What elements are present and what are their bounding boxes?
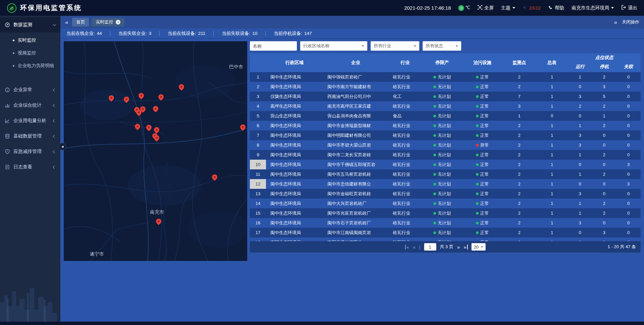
map-pin-icon[interactable]: [153, 126, 161, 134]
map-pin-icon[interactable]: [211, 173, 219, 181]
stat-value: 44: [97, 31, 102, 36]
column-header-region[interactable]: 行政区域: [266, 53, 323, 72]
tabs-scroll-left-button[interactable]: «: [65, 19, 68, 25]
table-row[interactable]: 1阆中生态环境局阆中强锐页岩砖厂砖瓦行业无计划正常21120: [250, 72, 641, 82]
map-panel[interactable]: 巴中市南充市遂宁市: [64, 41, 247, 261]
column-group-point-status: 点位状态 运行 停机 失联: [568, 53, 641, 72]
cell-company: 阆中市金博瑞新型墙材: [323, 121, 388, 130]
sidebar-subitem[interactable]: 实时监控: [0, 34, 60, 47]
sidebar-subitem[interactable]: 企业电力负荷明细: [0, 59, 60, 72]
map-collapse-toggle[interactable]: ◀: [59, 143, 66, 150]
table-row[interactable]: 10阆中生态环境局阆中市千佛镇五郎垭页岩砖瓦行业无计划正常21003: [250, 160, 641, 169]
sidebar-item-label: 应急减排管理: [13, 149, 50, 155]
map-pin-icon[interactable]: [145, 124, 153, 131]
map-city-label: 巴中市: [229, 64, 243, 70]
theme-dropdown[interactable]: 主题: [501, 5, 515, 11]
chevron-left-icon: [53, 150, 56, 153]
sidebar-item-6[interactable]: 应急减排管理: [0, 144, 60, 159]
cell-company: 阆中市光富页岩机砖厂: [323, 208, 388, 218]
org-dropdown[interactable]: 南充市生态环境局: [572, 5, 614, 11]
region-filter-select[interactable]: 行政区域名称: [300, 41, 367, 51]
table-row[interactable]: 9阆中生态环境局阆中市二龙长宝页岩砖砖瓦行业无计划正常21120: [250, 150, 641, 160]
sidebar-item-2[interactable]: 企业异常: [0, 82, 60, 98]
chevron-down-icon: [53, 23, 56, 26]
map-pin-icon[interactable]: [157, 93, 165, 101]
sidebar-item-1[interactable]: 数据监测: [0, 17, 60, 33]
industry-filter-value: 所有行业: [374, 43, 391, 49]
name-filter-input[interactable]: [250, 41, 297, 51]
fullscreen-button[interactable]: 全屏: [478, 5, 494, 11]
tab-1[interactable]: 首页: [72, 18, 89, 26]
column-header-lost[interactable]: 失联: [616, 61, 641, 72]
table-row[interactable]: 16阆中生态环境局阆中市石子页岩机砖厂砖瓦行业无计划正常21300: [250, 218, 641, 228]
map-pin-icon[interactable]: [155, 218, 163, 225]
sidebar-item-7[interactable]: 日志查看: [0, 159, 60, 175]
prev-page-button[interactable]: «: [413, 245, 415, 250]
status-dot-icon: [476, 76, 479, 78]
close-tab-icon[interactable]: ×: [116, 20, 120, 24]
emergency-icon: [5, 149, 10, 154]
help-button[interactable]: 帮助: [548, 5, 564, 11]
table-row[interactable]: 11阆中生态环境局阆中市五马桥页岩机砖砖瓦行业无计划正常21120: [250, 169, 641, 179]
map-pin-icon[interactable]: [138, 92, 145, 100]
column-header-run[interactable]: 运行: [568, 61, 592, 72]
cell-limit-status: 无计划: [422, 179, 462, 189]
sidebar-item-4[interactable]: 企业用电量分析: [0, 113, 60, 128]
last-page-button[interactable]: »: [464, 245, 468, 250]
cell-total-meters: 1: [536, 228, 568, 237]
cell-total-meters: 1: [536, 189, 568, 199]
sidebar-item-5[interactable]: 基础数据管理: [0, 128, 60, 144]
next-page-button[interactable]: »: [457, 245, 460, 250]
table-row[interactable]: 8阆中生态环境局阆中市枣碧大梁山页岩砖瓦行业无计划异常21300: [250, 140, 641, 150]
column-header-limit[interactable]: 停限产: [422, 53, 462, 72]
column-header-meters[interactable]: 总表: [536, 53, 568, 72]
table-row[interactable]: 15阆中生态环境局阆中市光富页岩机砖厂砖瓦行业无计划正常21120: [250, 208, 641, 218]
table-row[interactable]: 2阆中生态环境局阆中市南方节能建材有砖瓦行业无计划正常21030: [250, 82, 641, 92]
sidebar-item-3[interactable]: 企业综合统计: [0, 98, 60, 113]
tab-2[interactable]: 实时监控×: [92, 18, 124, 26]
table-row[interactable]: 7阆中生态环境局阆中明阳建材有限公司砖瓦行业无计划正常21300: [250, 130, 641, 140]
cell-lost-count: 0: [616, 169, 641, 179]
cell-run-count: 1: [568, 121, 592, 130]
table-row[interactable]: 3仪陇生态环境局西南油气田分公司川中化工无计划正常71350: [250, 92, 641, 101]
table-row[interactable]: 12阆中生态环境局阆中市忠信建材有限公砖瓦行业无计划正常21003: [250, 179, 641, 189]
map-pin-icon[interactable]: [123, 96, 130, 103]
industry-filter-select[interactable]: 所有行业: [371, 41, 419, 51]
table-row[interactable]: 18南部生态环境局南部县建材有限公砖瓦行业无计划正常21030: [250, 237, 641, 241]
tabs-scroll-right-button[interactable]: »: [614, 19, 617, 25]
stat-label: 当前失联设备:: [222, 31, 250, 36]
table-row[interactable]: 14阆中生态环境局阆中大兴页岩机砖厂砖瓦行业无计划正常21120: [250, 199, 641, 208]
sidebar-subitem[interactable]: 视频监控: [0, 47, 60, 59]
page-size-select[interactable]: 20: [471, 243, 485, 251]
table-row[interactable]: 17阆中生态环境局阆中市江南镇阆南页岩砖瓦行业无计划正常21030: [250, 228, 641, 237]
table-row[interactable]: 5营山生态环境局营山县润丰肉食品有限食品无计划正常10010: [250, 111, 641, 121]
cell-monitor-points: 1: [502, 111, 536, 121]
column-header-industry[interactable]: 行业: [388, 53, 422, 72]
cell-region: 仪陇生态环境局: [266, 92, 323, 101]
cell-total-meters: 1: [536, 101, 568, 111]
map-pin-icon[interactable]: [134, 123, 142, 130]
row-index: 6: [250, 121, 266, 130]
page-number-input[interactable]: [424, 243, 436, 251]
status-filter-select[interactable]: 所有状态: [423, 41, 461, 51]
column-header-facility[interactable]: 治污设施: [462, 53, 502, 72]
map-pin-icon[interactable]: [108, 94, 115, 102]
table-row[interactable]: 4高坪生态环境局南充市高坪区王家店建砖瓦行业无计划正常31220: [250, 101, 641, 111]
stat-value: 147: [304, 31, 312, 36]
close-operations-button[interactable]: 关闭操作: [622, 19, 639, 25]
cell-lost-count: 0: [616, 228, 641, 237]
map-pin-icon[interactable]: [152, 105, 160, 113]
cell-facility-status: 正常: [462, 237, 502, 241]
alarm-sound-button[interactable]: 2632: [523, 5, 541, 11]
column-header-stop[interactable]: 停机: [592, 61, 616, 72]
column-header-points[interactable]: 监测点: [502, 53, 536, 72]
table-row[interactable]: 13阆中生态环境局阆中市金福旺页岩机砖砖瓦行业无计划正常21300: [250, 189, 641, 199]
cell-region: 阆中生态环境局: [266, 218, 323, 228]
table-row[interactable]: 6阆中生态环境局阆中市金博瑞新型墙材砖瓦行业无计划正常21120: [250, 121, 641, 130]
exit-button[interactable]: 退出: [621, 5, 637, 11]
map-pin-icon[interactable]: [239, 123, 247, 131]
column-header-company[interactable]: 企业: [323, 53, 388, 72]
bullet-icon: [13, 40, 14, 41]
first-page-button[interactable]: «: [405, 245, 409, 250]
map-pin-icon[interactable]: [178, 83, 185, 91]
